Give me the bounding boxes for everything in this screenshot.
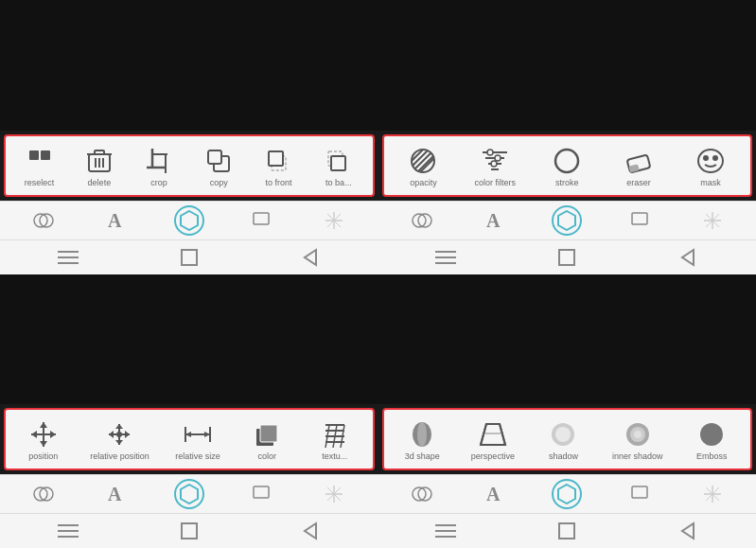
svg-marker-69 <box>40 422 47 428</box>
layer-icon-tl[interactable] <box>246 205 276 236</box>
mask-label: mask <box>700 178 721 187</box>
layer-icon-tr[interactable] <box>624 205 655 236</box>
text-icon-tl[interactable]: A <box>101 205 132 236</box>
bottom-bar-bottom-right: A <box>378 474 757 513</box>
hex-icon-bl[interactable] <box>174 479 204 509</box>
svg-marker-21 <box>181 211 198 230</box>
tools-row-bottom-left: position relative position <box>9 415 369 465</box>
svg-point-51 <box>703 155 709 161</box>
toolbar-bottom-right: 3d shape perspective <box>382 408 753 470</box>
tool-relative-position[interactable]: relative position <box>86 417 153 463</box>
bottom-bar-top-left: A <box>0 201 378 239</box>
svg-text:A: A <box>486 210 501 231</box>
tool-inner-shadow[interactable]: inner shadow <box>608 417 667 463</box>
square-icon-tr[interactable] <box>552 242 582 273</box>
inner-shadow-icon <box>623 419 653 450</box>
svg-rect-86 <box>260 425 277 442</box>
menu-icon-br[interactable] <box>431 516 461 546</box>
text-icon-tr[interactable]: A <box>480 205 510 236</box>
tool-3d-shape[interactable]: 3d shape <box>397 417 447 463</box>
tool-color-filters[interactable]: color filters <box>470 144 519 189</box>
relative-size-icon <box>183 419 213 450</box>
tool-stroke[interactable]: stroke <box>542 144 591 189</box>
svg-point-44 <box>487 150 493 155</box>
tool-color[interactable]: color <box>242 417 291 463</box>
menu-icon-tl[interactable] <box>53 242 83 273</box>
svg-point-45 <box>495 155 501 161</box>
svg-rect-17 <box>331 156 345 170</box>
reselect-label: reselect <box>25 178 55 187</box>
svg-text:A: A <box>486 484 501 504</box>
back-icon-bl[interactable] <box>295 516 325 546</box>
color-icon <box>252 419 282 450</box>
tool-opacity[interactable]: opacity <box>398 144 448 189</box>
opacity-icon <box>408 146 438 176</box>
menu-icon-tr[interactable] <box>431 242 461 273</box>
tool-eraser[interactable]: eraser <box>614 144 663 189</box>
svg-marker-97 <box>181 485 198 504</box>
tool-shadow[interactable]: shadow <box>538 417 588 463</box>
relative-position-icon <box>104 419 134 450</box>
hex-icon-tl[interactable] <box>174 205 204 236</box>
bottom-bar2-bottom-right <box>378 513 757 548</box>
square-icon-bl[interactable] <box>174 516 204 546</box>
texture-label: textu... <box>322 451 347 461</box>
bottom-bar-bottom-left: A <box>0 474 378 513</box>
svg-point-47 <box>555 150 578 172</box>
sparkle-icon-bl[interactable] <box>319 479 349 509</box>
emboss-icon <box>696 419 727 450</box>
svg-marker-107 <box>305 523 316 539</box>
blend-icon-tr[interactable] <box>407 205 437 236</box>
eraser-icon <box>624 146 654 176</box>
position-icon <box>28 419 59 450</box>
opacity-label: opacity <box>410 178 437 187</box>
hex-icon-tr[interactable] <box>552 205 582 236</box>
square-icon-tl[interactable] <box>174 242 204 273</box>
tool-emboss[interactable]: Emboss <box>687 417 736 463</box>
text-icon-br[interactable]: A <box>480 479 510 509</box>
svg-marker-133 <box>682 523 694 539</box>
layer-icon-bl[interactable] <box>246 479 276 509</box>
svg-point-79 <box>116 432 122 437</box>
hex-icon-br[interactable] <box>552 479 582 509</box>
back-icon-br[interactable] <box>673 516 703 546</box>
tools-row-top-right: opacity color filters <box>388 142 747 191</box>
perspective-icon <box>478 419 508 450</box>
tool-crop[interactable]: crop <box>134 144 184 189</box>
sparkle-icon-br[interactable] <box>697 479 728 509</box>
tool-relative-size[interactable]: relative size <box>171 417 224 463</box>
text-icon-bl[interactable]: A <box>101 479 132 509</box>
svg-marker-71 <box>31 431 37 438</box>
tool-copy[interactable]: copy <box>194 144 243 189</box>
tool-texture[interactable]: textu... <box>310 417 360 463</box>
bottom-bar2-bottom-left <box>0 513 378 548</box>
svg-line-112 <box>500 424 505 445</box>
tool-delete[interactable]: delete <box>75 144 124 189</box>
svg-marker-31 <box>305 250 316 265</box>
tool-position[interactable]: position <box>19 417 68 463</box>
bottom-bar-top-right: A <box>378 201 757 239</box>
blend-icon-br[interactable] <box>407 479 437 509</box>
tool-mask[interactable]: mask <box>686 144 735 189</box>
blend-icon-tl[interactable] <box>28 205 59 236</box>
tool-to-front[interactable]: to front <box>255 144 304 189</box>
back-icon-tr[interactable] <box>673 242 703 273</box>
back-icon-tl[interactable] <box>295 242 325 273</box>
bottom-bar2-top-right <box>378 239 757 274</box>
menu-icon-bl[interactable] <box>53 516 83 546</box>
svg-line-111 <box>481 424 486 445</box>
svg-rect-106 <box>182 523 197 539</box>
square-icon-br[interactable] <box>552 516 582 546</box>
color-filters-label: color filters <box>475 178 517 187</box>
color-filters-icon <box>480 146 510 176</box>
sparkle-icon-tr[interactable] <box>697 205 728 236</box>
sparkle-icon-tl[interactable] <box>319 205 349 236</box>
layer-icon-br[interactable] <box>624 479 655 509</box>
tool-reselect[interactable]: reselect <box>15 144 64 189</box>
blend-icon-bl[interactable] <box>28 479 59 509</box>
copy-label: copy <box>210 178 228 187</box>
tool-perspective[interactable]: perspective <box>467 417 519 463</box>
shadow-icon <box>548 419 578 450</box>
tool-to-back[interactable]: to ba... <box>314 144 363 189</box>
svg-rect-0 <box>29 150 39 160</box>
